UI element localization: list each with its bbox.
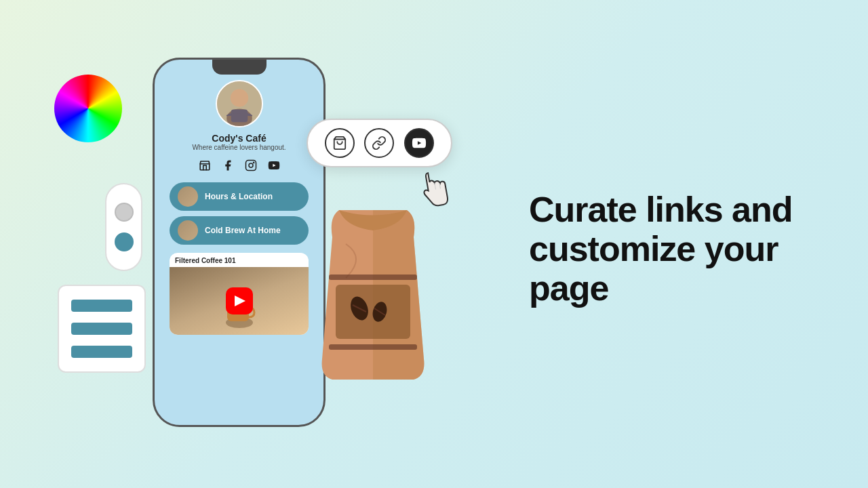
headline-line1: Curate links and [529, 190, 814, 229]
instagram-icon [243, 158, 258, 173]
svg-rect-22 [329, 344, 417, 350]
play-triangle-icon [235, 296, 245, 306]
svg-point-5 [249, 163, 253, 167]
list-bar-3 [71, 346, 132, 358]
link-thumb-2 [178, 220, 198, 241]
cafe-tagline: Where caffeine lovers hangout. [192, 144, 285, 151]
youtube-icon [267, 158, 281, 173]
icon-pill [307, 119, 452, 167]
cold-brew-link[interactable]: Cold Brew At Home [170, 216, 309, 245]
color-wheel [54, 75, 122, 142]
store-icon [197, 158, 212, 173]
video-card[interactable]: Filtered Coffee 101 [170, 253, 309, 335]
youtube-pill-icon[interactable] [404, 128, 434, 158]
video-thumbnail [170, 267, 309, 335]
phone-notch [212, 60, 267, 75]
play-button[interactable] [226, 287, 253, 314]
svg-rect-3 [231, 109, 248, 122]
coffee-bag [312, 197, 434, 393]
list-widget [58, 285, 146, 373]
svg-point-6 [253, 162, 254, 163]
cafe-name: Cody's Café [212, 133, 266, 144]
svg-rect-21 [329, 274, 417, 280]
list-bar-1 [71, 300, 132, 312]
toggle-circle-bottom [115, 232, 134, 251]
facebook-icon [220, 158, 235, 173]
toggle-widget [105, 183, 142, 271]
link-chain-icon[interactable] [364, 128, 394, 158]
avatar [216, 80, 263, 127]
svg-point-2 [230, 89, 248, 106]
shopping-bag-icon[interactable] [325, 128, 355, 158]
video-title: Filtered Coffee 101 [170, 253, 309, 267]
link-label-1: Hours & Location [205, 192, 273, 201]
svg-rect-4 [245, 161, 256, 171]
phone-mockup: Cody's Café Where caffeine lovers hangou… [153, 58, 326, 427]
hours-location-link[interactable]: Hours & Location [170, 182, 309, 211]
social-icons-row [197, 158, 281, 173]
list-bar-2 [71, 323, 132, 335]
headline-section: Curate links and customize your page [529, 190, 814, 308]
link-thumb-1 [178, 186, 198, 207]
headline-line2: customize your page [529, 229, 814, 308]
link-label-2: Cold Brew At Home [205, 226, 281, 235]
toggle-circle-top [115, 203, 134, 222]
